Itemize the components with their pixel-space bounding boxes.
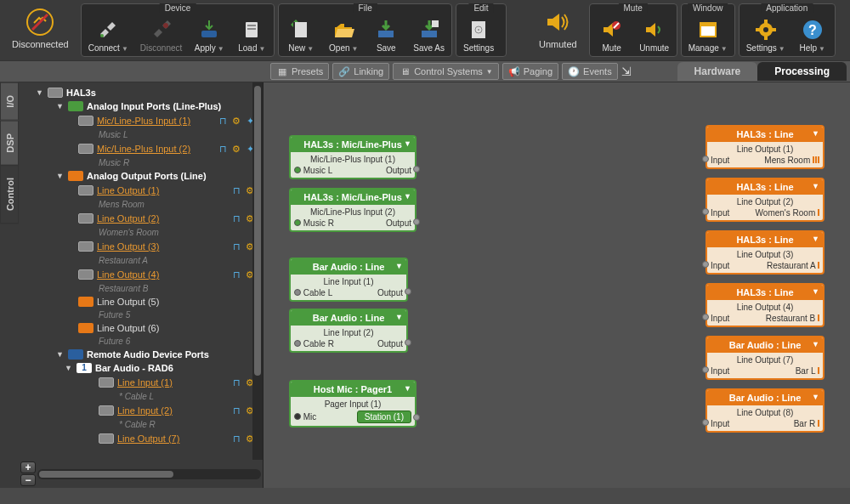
chevron-down-icon[interactable]: ▼ [404, 384, 411, 393]
input-node[interactable]: HAL3s : Mic/Line-Plus▼ Mic/Line-Plus Inp… [289, 188, 416, 232]
presets-button[interactable]: ▦Presets [270, 63, 329, 80]
output-node[interactable]: HAL3s : Line▼ Line Output (3)InputRestau… [706, 230, 824, 275]
tree-output-item[interactable]: Line Output (6) [19, 321, 263, 335]
control-systems-button[interactable]: 🖥Control Systems ▼ [393, 63, 499, 80]
application-group: Application Settings▼ ? Help▼ [739, 3, 836, 57]
chevron-down-icon[interactable]: ▼ [404, 139, 411, 148]
mute-button[interactable]: Mute [592, 16, 632, 54]
chevron-down-icon[interactable]: ▼ [812, 287, 819, 296]
dsp-tab[interactable]: DSP [0, 121, 19, 166]
input-port[interactable] [702, 156, 709, 162]
chevron-down-icon[interactable]: ▼ [56, 172, 65, 180]
load-button[interactable]: Load▼ [231, 16, 272, 54]
pager-node[interactable]: Host Mic : Pager1▼ Pager Input (1) MicSt… [289, 380, 416, 428]
control-tab[interactable]: Control [0, 165, 19, 224]
chevron-down-icon[interactable]: ▼ [812, 393, 819, 401]
chevron-down-icon[interactable]: ▼ [56, 350, 65, 359]
output-port[interactable] [413, 166, 420, 173]
chevron-down-icon[interactable]: ▼ [56, 102, 65, 110]
output-node[interactable]: HAL3s : Line▼ Line Output (4)InputRestau… [706, 283, 824, 327]
input-port[interactable] [702, 208, 709, 215]
save-icon [374, 18, 398, 42]
chevron-down-icon[interactable]: ▼ [812, 129, 819, 138]
output-node[interactable]: HAL3s : Line▼ Line Output (1)InputMens R… [706, 125, 824, 169]
node-title: HAL3s : Mic/Line-Plus▼ [291, 190, 415, 205]
input-node[interactable]: Bar Audio : Line▼ Line Input (2) Cable R… [289, 309, 408, 353]
io-tab[interactable]: I/O [0, 82, 19, 121]
gear-small-icon[interactable]: ⚙ [230, 143, 242, 155]
tree-output-item[interactable]: Line Output (3)⊓⚙ [19, 239, 263, 254]
chevron-down-icon[interactable]: ▼ [812, 340, 819, 348]
input-node[interactable]: HAL3s : Mic/Line-Plus▼ Mic/Line-Plus Inp… [289, 135, 416, 179]
chevron-down-icon[interactable]: ▼ [812, 182, 819, 190]
settings-button[interactable]: Settings [458, 16, 499, 54]
input-node[interactable]: Bar Audio : Line▼ Line Input (1) Cable L… [289, 258, 408, 302]
new-icon [289, 18, 313, 42]
processing-canvas[interactable]: HAL3s : Mic/Line-Plus▼ Mic/Line-Plus Inp… [264, 82, 850, 488]
tree-input-item[interactable]: Mic/Line-Plus Input (1) ⊓⚙✦ [19, 113, 263, 128]
chevron-down-icon[interactable]: ▼ [36, 88, 44, 97]
chevron-down-icon[interactable]: ▼ [65, 364, 73, 372]
indicator-icon: ⊓ [230, 241, 242, 252]
help-button[interactable]: ? Help▼ [792, 16, 833, 54]
zoom-in-button[interactable]: + [20, 462, 36, 473]
svg-point-21 [763, 27, 768, 32]
processing-tab[interactable]: Processing [757, 62, 847, 81]
tree-analog-out[interactable]: ▼ Analog Output Ports (Line) [19, 169, 263, 183]
chevron-down-icon[interactable]: ▼ [395, 262, 403, 270]
overflow-button[interactable]: ⇲ [621, 65, 632, 78]
station-badge[interactable]: Station (1) [357, 411, 411, 423]
input-port[interactable] [702, 366, 709, 373]
tree-output-item[interactable]: Line Output (7)⊓⚙ [19, 431, 263, 446]
level-meter-icon [818, 367, 819, 374]
tree-output-item[interactable]: Line Output (4)⊓⚙ [19, 267, 263, 282]
device-group: Device Connect▼ Disconnect Apply▼ Load▼ [81, 3, 275, 57]
unmute-button[interactable]: Unmute [634, 16, 675, 54]
paging-button[interactable]: 📢Paging [502, 63, 558, 80]
tree-output-item[interactable]: Line Output (2)⊓⚙ [19, 211, 263, 226]
app-settings-button[interactable]: Settings▼ [741, 16, 790, 54]
side-tabs: I/O DSP Control [0, 82, 19, 488]
input-port[interactable] [702, 261, 709, 268]
connect-button[interactable]: Connect▼ [83, 16, 133, 54]
output-node[interactable]: Bar Audio : Line▼ Line Output (7)InputBa… [706, 336, 824, 380]
saveas-button[interactable]: Save As [408, 16, 450, 54]
chevron-down-icon[interactable]: ▼ [404, 192, 411, 201]
tree-scrollbar[interactable] [252, 82, 263, 469]
disconnect-button[interactable]: Disconnect [135, 16, 187, 54]
port-indicator-icon [294, 413, 301, 420]
manage-button[interactable]: Manage▼ [683, 16, 733, 54]
zoom-out-button[interactable]: − [20, 474, 36, 486]
chevron-down-icon[interactable]: ▼ [812, 235, 819, 243]
svg-rect-10 [378, 31, 394, 37]
horizontal-scrollbar[interactable] [37, 469, 261, 479]
output-badge-icon [68, 171, 83, 181]
output-node[interactable]: HAL3s : Line▼ Line Output (2)InputWomen'… [706, 178, 824, 222]
tree-input-item[interactable]: Line Input (1)⊓⚙ [19, 375, 263, 390]
output-node[interactable]: Bar Audio : Line▼ Line Output (8)InputBa… [706, 388, 824, 433]
save-button[interactable]: Save [366, 16, 406, 54]
input-port[interactable] [702, 419, 709, 426]
tree-remote[interactable]: ▼ Remote Audio Device Ports [19, 348, 263, 361]
tree-root[interactable]: ▼ HAL3s [19, 86, 263, 99]
new-button[interactable]: New▼ [280, 16, 321, 54]
open-button[interactable]: Open▼ [323, 16, 364, 54]
apply-button[interactable]: Apply▼ [189, 16, 230, 54]
chevron-down-icon[interactable]: ▼ [395, 313, 403, 321]
gear-small-icon[interactable]: ⚙ [230, 115, 242, 127]
hardware-tab[interactable]: Hardware [677, 62, 758, 81]
tree-input-item[interactable]: Mic/Line-Plus Input (2) ⊓⚙✦ [19, 141, 263, 156]
secondary-toolbar: ▦Presets 🔗Linking 🖥Control Systems ▼ 📢Pa… [0, 60, 850, 82]
tree-output-item[interactable]: Line Output (1)⊓⚙ [19, 183, 263, 198]
output-port[interactable] [405, 288, 411, 295]
tree-remote-device[interactable]: ▼ 1 Bar Audio - RAD6 [19, 361, 263, 375]
linking-button[interactable]: 🔗Linking [332, 63, 389, 80]
tree-analog-in[interactable]: ▼ Analog Input Ports (Line-Plus) [19, 99, 263, 113]
output-port[interactable] [405, 339, 411, 346]
output-port[interactable] [413, 414, 420, 421]
output-port[interactable] [413, 218, 420, 225]
input-port[interactable] [702, 314, 709, 320]
tree-input-item[interactable]: Line Input (2)⊓⚙ [19, 403, 263, 418]
events-button[interactable]: 🕐Events [562, 63, 618, 80]
tree-output-item[interactable]: Line Output (5) [19, 295, 263, 309]
